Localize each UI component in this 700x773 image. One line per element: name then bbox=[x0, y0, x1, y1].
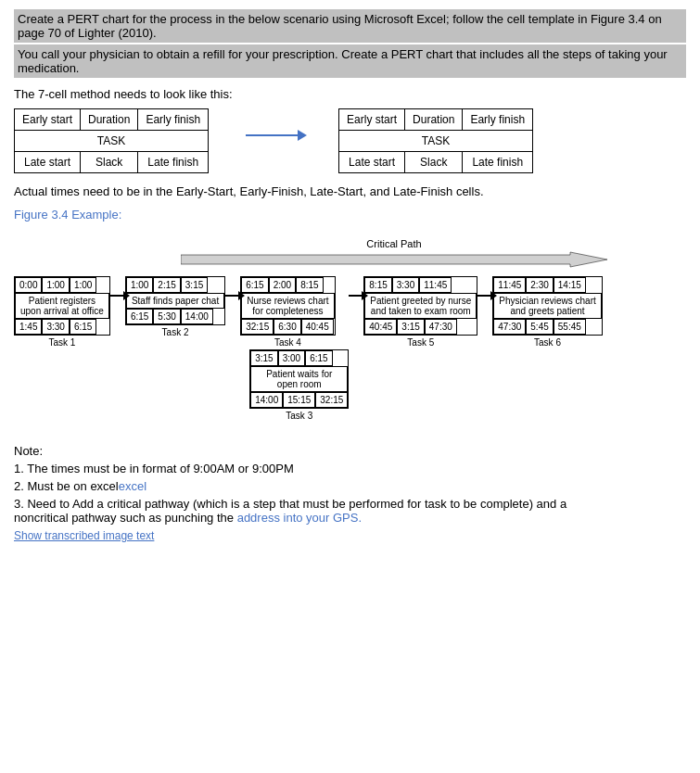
instruction-line1: Create a PERT chart for the process in t… bbox=[14, 9, 686, 43]
left-pert-table: Early start Duration Early finish TASK L… bbox=[14, 108, 209, 173]
task4-ls: 32:15 bbox=[241, 319, 274, 335]
task5-label: Task 5 bbox=[407, 337, 434, 348]
method-title: The 7-cell method needs to look like thi… bbox=[14, 87, 686, 101]
arrow5 bbox=[477, 295, 492, 297]
arrow2-branch bbox=[225, 295, 240, 297]
task1-ef: 1:00 bbox=[70, 277, 96, 293]
task6-ls: 47:30 bbox=[493, 319, 526, 335]
right-task-label: TASK bbox=[339, 131, 533, 152]
task4-dur: 2:00 bbox=[269, 277, 296, 293]
task3-ef: 6:15 bbox=[305, 350, 332, 366]
arrow2-line bbox=[225, 295, 240, 297]
task3-slack: 15:15 bbox=[283, 392, 315, 408]
task3-lf: 32:15 bbox=[315, 392, 348, 408]
task4-name: Nurse reviews chartfor completeness bbox=[241, 293, 334, 319]
note-2: 2. Must be on excelexcel bbox=[14, 479, 686, 493]
task1-ls: 1:45 bbox=[15, 319, 42, 335]
show-transcribed-link[interactable]: Show transcribed image text bbox=[14, 529, 154, 542]
left-late-start: Late start bbox=[15, 152, 81, 173]
task6-ef: 14:15 bbox=[554, 277, 586, 293]
task2-es: 1:00 bbox=[126, 277, 153, 293]
task3-dur: 3:00 bbox=[278, 350, 305, 366]
task3-name: Patient waits foropen room bbox=[250, 366, 348, 392]
task1-es: 0:00 bbox=[15, 277, 42, 293]
task6-block: 11:45 2:30 14:15 Physician reviews chart… bbox=[492, 276, 602, 348]
task4-slack: 6:30 bbox=[274, 319, 300, 335]
task2-lf: 14:00 bbox=[181, 309, 213, 324]
task1-block: 0:00 1:00 1:00 Patient registersupon arr… bbox=[14, 276, 110, 348]
right-pert-table: Early start Duration Early finish TASK L… bbox=[338, 108, 533, 173]
task5-name: Patient greeted by nurseand taken to exa… bbox=[364, 293, 477, 319]
arrow4-line bbox=[349, 295, 363, 297]
arrow4 bbox=[349, 295, 363, 297]
task5-ef: 11:45 bbox=[419, 277, 452, 293]
right-duration: Duration bbox=[405, 109, 463, 131]
right-late-start: Late start bbox=[339, 152, 405, 173]
task3-branch: 3:15 3:00 6:15 Patient waits foropen roo… bbox=[249, 349, 349, 421]
task2-label: Task 2 bbox=[162, 327, 189, 337]
task5-cells: 8:15 3:30 11:45 Patient greeted by nurse… bbox=[363, 276, 477, 336]
right-early-start: Early start bbox=[339, 109, 405, 131]
left-late-finish: Late finish bbox=[138, 152, 209, 173]
task6-lf: 55:45 bbox=[554, 319, 586, 335]
task4-block: 6:15 2:00 8:15 Nurse reviews chartfor co… bbox=[240, 276, 335, 348]
task4-es: 6:15 bbox=[241, 277, 268, 293]
task5-dur: 3:30 bbox=[392, 277, 419, 293]
task3-block: 3:15 3:00 6:15 Patient waits foropen roo… bbox=[249, 349, 349, 421]
task6-es: 11:45 bbox=[493, 277, 526, 293]
task1-slack: 3:30 bbox=[42, 319, 69, 335]
instruction-line2: You call your physician to obtain a refi… bbox=[14, 44, 686, 78]
arrow5-line bbox=[477, 295, 492, 297]
note-1: 1. The times must be in format of 9:00AM… bbox=[14, 462, 686, 475]
right-early-finish: Early finish bbox=[463, 109, 533, 131]
pert-arrow bbox=[246, 134, 301, 136]
figure-label: Figure 3.4 Example: bbox=[14, 208, 686, 222]
task5-ls: 40:45 bbox=[364, 319, 397, 335]
right-late-finish: Late finish bbox=[463, 152, 533, 173]
task2-slack: 5:30 bbox=[153, 309, 180, 324]
task2-block: 1:00 2:15 3:15 Staff finds paper chat 6:… bbox=[125, 276, 225, 337]
left-slack: Slack bbox=[81, 152, 138, 173]
task5-lf: 47:30 bbox=[425, 319, 457, 335]
task4-label: Task 4 bbox=[274, 337, 301, 348]
task4-task3-group: 6:15 2:00 8:15 Nurse reviews chartfor co… bbox=[240, 276, 349, 421]
actual-times-note: Actual times need to be in the Early-Sta… bbox=[14, 184, 686, 198]
task3-es: 3:15 bbox=[250, 350, 277, 366]
arrow1-line bbox=[110, 295, 125, 297]
task3-label: Task 3 bbox=[286, 411, 312, 421]
right-slack: Slack bbox=[405, 152, 463, 173]
task2-dur: 2:15 bbox=[153, 277, 180, 293]
task1-dur: 1:00 bbox=[42, 277, 69, 293]
task1-lf: 6:15 bbox=[70, 319, 96, 335]
task2-cells: 1:00 2:15 3:15 Staff finds paper chat 6:… bbox=[125, 276, 225, 325]
task1-cells: 0:00 1:00 1:00 Patient registersupon arr… bbox=[14, 276, 110, 336]
task4-ef: 8:15 bbox=[296, 277, 323, 293]
task4-lf: 40:45 bbox=[301, 319, 334, 335]
task2-ef: 3:15 bbox=[181, 277, 208, 293]
arrow-line bbox=[246, 134, 301, 136]
task6-slack: 5:45 bbox=[526, 319, 553, 335]
task6-cells: 11:45 2:30 14:15 Physician reviews chart… bbox=[492, 276, 602, 336]
critical-path-arrow-svg bbox=[181, 251, 607, 268]
pert-template-container: Early start Duration Early finish TASK L… bbox=[14, 108, 686, 173]
task5-slack: 3:15 bbox=[397, 319, 424, 335]
left-task-label: TASK bbox=[15, 131, 209, 152]
note-3: 3. Need to Add a critical pathway (which… bbox=[14, 497, 686, 525]
pert-chart-area: Critical Path 0:00 1:00 1:00 Patient reg… bbox=[14, 229, 686, 430]
task2-name: Staff finds paper chat bbox=[126, 293, 224, 309]
task6-name: Physician reviews chartand greets patien… bbox=[493, 293, 601, 319]
svg-marker-1 bbox=[181, 252, 607, 267]
task2-ls: 6:15 bbox=[126, 309, 153, 324]
critical-path-label: Critical Path bbox=[181, 238, 607, 249]
left-early-finish: Early finish bbox=[138, 109, 209, 131]
left-duration: Duration bbox=[81, 109, 138, 131]
left-early-start: Early start bbox=[15, 109, 81, 131]
task5-block: 8:15 3:30 11:45 Patient greeted by nurse… bbox=[363, 276, 477, 348]
task5-es: 8:15 bbox=[364, 277, 391, 293]
arrow1 bbox=[110, 295, 125, 297]
task3-cells: 3:15 3:00 6:15 Patient waits foropen roo… bbox=[249, 349, 349, 409]
notes-title: Note: bbox=[14, 444, 686, 458]
task1-label: Task 1 bbox=[48, 337, 75, 348]
task3-ls: 14:00 bbox=[250, 392, 283, 408]
task6-dur: 2:30 bbox=[526, 277, 553, 293]
